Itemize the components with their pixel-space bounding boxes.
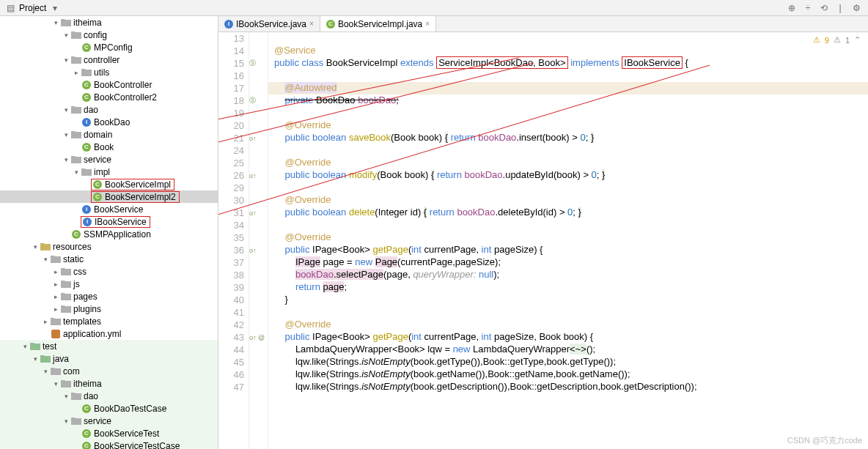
folder-icon bbox=[70, 105, 82, 115]
project-label: Project bbox=[19, 3, 46, 13]
editor-tab[interactable]: CBookServiceImpl.java× bbox=[320, 16, 436, 31]
interface-icon: I bbox=[81, 204, 92, 215]
refresh-icon[interactable]: ⟲ bbox=[818, 2, 830, 14]
folder-icon bbox=[60, 279, 72, 289]
class-icon: C bbox=[81, 404, 92, 414]
tree-node[interactable]: ▾com bbox=[0, 365, 218, 377]
class-icon: C bbox=[81, 441, 92, 450]
divide-icon[interactable]: ÷ bbox=[802, 2, 814, 14]
project-tree[interactable]: ▾itheima▾configCMPConfig▾controller▸util… bbox=[0, 16, 218, 449]
tree-node[interactable]: ▾dao bbox=[0, 103, 218, 116]
folder-icon bbox=[81, 167, 92, 177]
class-icon: C bbox=[81, 142, 92, 152]
class-icon: C bbox=[81, 42, 92, 53]
tree-node[interactable]: ▾dao bbox=[0, 390, 218, 402]
tree-node[interactable]: application.yml bbox=[0, 327, 218, 340]
tree-node[interactable]: ▾test bbox=[0, 340, 218, 352]
interface-icon: I bbox=[81, 117, 92, 127]
folder-icon bbox=[60, 18, 72, 28]
gear-icon[interactable]: ⚙ bbox=[850, 2, 862, 14]
tree-node[interactable]: ▾itheima bbox=[0, 16, 218, 29]
folder-icon bbox=[70, 30, 82, 40]
tree-node[interactable]: ▾domain bbox=[0, 128, 218, 141]
tree-node[interactable]: CBookServiceImpl bbox=[0, 178, 218, 190]
editor-tab[interactable]: IIBookService.java× bbox=[218, 16, 320, 31]
tree-node[interactable]: ▸css bbox=[0, 265, 218, 278]
class-icon: C bbox=[81, 428, 92, 439]
folder-icon bbox=[70, 155, 82, 165]
tree-node[interactable]: ▾service bbox=[0, 415, 218, 427]
tree-node[interactable]: CBookServiceTestCase bbox=[0, 439, 218, 449]
tree-node[interactable]: ▾impl bbox=[0, 166, 218, 178]
folder-icon bbox=[81, 67, 92, 78]
dropdown-icon[interactable]: ▾ bbox=[49, 2, 61, 14]
tree-node[interactable]: ▾resources bbox=[0, 240, 218, 253]
inspection-summary[interactable]: ⚠9 ⚠1 ⌃ bbox=[813, 35, 861, 45]
close-icon[interactable]: × bbox=[425, 20, 430, 28]
tree-node[interactable]: ▾service bbox=[0, 153, 218, 166]
tree-node[interactable]: ▾config bbox=[0, 29, 218, 41]
tree-node[interactable]: CMPConfig bbox=[0, 41, 218, 53]
folder-icon bbox=[60, 292, 72, 302]
tree-node[interactable]: CBookController2 bbox=[0, 91, 218, 103]
folder-icon bbox=[60, 304, 72, 314]
tree-node[interactable]: ▾controller bbox=[0, 53, 218, 66]
tree-node[interactable]: ▾itheima bbox=[0, 377, 218, 390]
tree-node[interactable]: CBook bbox=[0, 141, 218, 153]
tree-node[interactable]: IIBookService bbox=[0, 215, 218, 228]
folder-t-icon bbox=[40, 354, 51, 364]
tree-node[interactable]: CSSMPApplication bbox=[0, 228, 218, 240]
folder-icon bbox=[50, 254, 62, 264]
tree-node[interactable]: ▸js bbox=[0, 278, 218, 290]
tree-node[interactable]: IBookService bbox=[0, 203, 218, 215]
code-editor[interactable]: 1314151617181920212425262930313435363738… bbox=[218, 32, 868, 449]
watermark: CSDN @巧克力code bbox=[787, 435, 862, 446]
yml-icon bbox=[50, 329, 62, 339]
class-icon: C bbox=[81, 92, 92, 103]
tree-node[interactable]: ▸plugins bbox=[0, 303, 218, 315]
tree-node[interactable]: ▾static bbox=[0, 253, 218, 265]
folder-icon bbox=[70, 416, 82, 426]
tree-node[interactable]: CBookServiceTest bbox=[0, 427, 218, 439]
tree-node[interactable]: ▸templates bbox=[0, 315, 218, 327]
folder-icon bbox=[50, 366, 62, 376]
folder-t-icon bbox=[29, 341, 41, 352]
folder-icon bbox=[70, 55, 82, 65]
class-icon: C bbox=[70, 229, 82, 240]
project-header: ▤ Project ▾ ⊕ ÷ ⟲ | ⚙ bbox=[0, 0, 868, 16]
tree-node[interactable]: CBookDaoTestCase bbox=[0, 402, 218, 415]
project-icon: ▤ bbox=[4, 2, 16, 14]
target-icon[interactable]: ⊕ bbox=[786, 2, 798, 14]
tree-node[interactable]: ▾java bbox=[0, 352, 218, 365]
folder-icon bbox=[60, 379, 72, 389]
editor-tabs: IIBookService.java×CBookServiceImpl.java… bbox=[218, 16, 868, 32]
separator: | bbox=[834, 2, 846, 14]
tree-node[interactable]: ▸pages bbox=[0, 290, 218, 303]
tree-node[interactable]: CBookServiceImpl2 bbox=[0, 190, 218, 203]
folder-icon bbox=[70, 391, 82, 401]
class-icon: C bbox=[81, 80, 92, 90]
tree-node[interactable]: CBookController bbox=[0, 78, 218, 91]
tree-node[interactable]: IBookDao bbox=[0, 116, 218, 128]
folder-g-icon bbox=[40, 242, 51, 252]
folder-icon bbox=[60, 267, 72, 277]
folder-icon bbox=[50, 316, 62, 327]
tree-node[interactable]: ▸utils bbox=[0, 66, 218, 78]
close-icon[interactable]: × bbox=[309, 20, 314, 28]
folder-icon bbox=[70, 130, 82, 140]
